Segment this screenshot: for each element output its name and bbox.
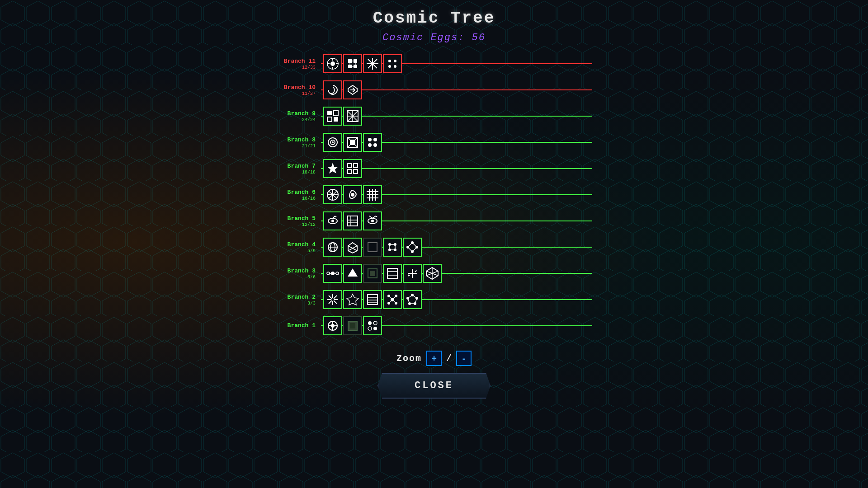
branch-score-5: 12/12 — [276, 222, 316, 227]
node-8-2[interactable] — [343, 133, 362, 152]
svg-line-133 — [389, 296, 392, 300]
svg-point-1 — [330, 61, 335, 66]
node-5-1[interactable] — [323, 211, 342, 230]
branch-row-3: Branch 3 5/6 — [276, 262, 592, 285]
branch-track-1 — [321, 314, 592, 337]
svg-line-76 — [369, 216, 373, 218]
node-3-3[interactable] — [363, 264, 382, 283]
branch-row-4: Branch 4 5/9 — [276, 236, 592, 258]
svg-line-75 — [376, 216, 377, 217]
svg-point-44 — [368, 138, 372, 141]
svg-point-102 — [336, 272, 339, 275]
node-11-1[interactable] — [323, 54, 342, 73]
node-5-2[interactable] — [343, 211, 362, 230]
branch-label-10: Branch 10 11/27 — [276, 84, 321, 96]
branch-name-4: Branch 4 — [276, 241, 316, 248]
node-2-2[interactable] — [343, 290, 362, 309]
node-7-1[interactable] — [323, 159, 342, 178]
branch-label-3: Branch 3 5/6 — [276, 267, 321, 280]
branch-name-6: Branch 6 — [276, 189, 316, 196]
node-8-3[interactable] — [363, 133, 382, 152]
branch-name-2: Branch 2 — [276, 294, 316, 300]
svg-rect-83 — [368, 243, 377, 252]
nodes-11 — [321, 54, 402, 73]
branch-track-10 — [321, 79, 592, 101]
node-9-2[interactable] — [343, 107, 362, 126]
svg-point-37 — [332, 141, 334, 143]
nodes-9 — [321, 107, 362, 126]
svg-rect-49 — [348, 164, 352, 168]
node-8-1[interactable] — [323, 133, 342, 152]
node-2-4[interactable] — [383, 290, 402, 309]
branch-score-8: 21/21 — [276, 144, 316, 149]
branch-score-6: 16/16 — [276, 196, 316, 201]
node-11-4[interactable] — [383, 54, 402, 73]
branch-track-2 — [321, 288, 592, 311]
node-1-3[interactable] — [363, 316, 382, 335]
node-6-1[interactable] — [323, 185, 342, 204]
node-5-3[interactable] — [363, 211, 382, 230]
node-2-1[interactable] — [323, 290, 342, 309]
branch-label-8: Branch 8 21/21 — [276, 136, 321, 149]
svg-line-99 — [408, 243, 412, 247]
node-11-3[interactable] — [363, 54, 382, 73]
node-9-1[interactable] — [323, 107, 342, 126]
node-10-2[interactable] — [343, 80, 362, 99]
node-2-3[interactable] — [363, 290, 382, 309]
branch-label-7: Branch 7 18/18 — [276, 163, 321, 175]
node-2-5[interactable] — [403, 290, 422, 309]
branch-track-8 — [321, 131, 592, 154]
branch-row-10: Branch 10 11/27 — [276, 79, 592, 101]
branch-track-11 — [321, 52, 592, 75]
svg-point-19 — [394, 60, 396, 62]
node-3-2[interactable] — [343, 264, 362, 283]
branch-score-10: 11/27 — [276, 91, 316, 96]
node-3-4[interactable] — [383, 264, 402, 283]
svg-rect-29 — [334, 117, 338, 122]
svg-point-18 — [388, 60, 391, 62]
branch-track-4 — [321, 236, 592, 258]
close-button[interactable]: CLOSE — [377, 373, 491, 399]
node-3-5[interactable] — [403, 264, 422, 283]
node-4-4[interactable] — [383, 238, 402, 257]
svg-line-96 — [412, 243, 417, 247]
svg-line-146 — [408, 295, 412, 298]
svg-marker-105 — [348, 268, 358, 277]
node-11-2[interactable] — [343, 54, 362, 73]
svg-marker-113 — [415, 270, 417, 272]
node-7-2[interactable] — [343, 159, 362, 178]
node-6-2[interactable] — [343, 185, 362, 204]
svg-line-74 — [373, 216, 376, 218]
node-4-1[interactable] — [323, 238, 342, 257]
branch-label-2: Branch 2 3/3 — [276, 294, 321, 306]
svg-rect-69 — [348, 216, 358, 226]
node-6-3[interactable] — [363, 185, 382, 204]
node-1-2[interactable] — [343, 316, 362, 335]
branch-track-6 — [321, 183, 592, 206]
zoom-minus-button[interactable]: - — [456, 351, 472, 366]
svg-line-135 — [389, 300, 392, 303]
node-3-6[interactable] — [423, 264, 442, 283]
node-4-5[interactable] — [403, 238, 422, 257]
svg-rect-39 — [350, 140, 355, 145]
svg-rect-50 — [354, 164, 358, 168]
node-4-3[interactable] — [363, 238, 382, 257]
zoom-label: Zoom — [396, 353, 422, 364]
branch-track-9 — [321, 105, 592, 127]
svg-point-155 — [368, 327, 372, 330]
branch-name-8: Branch 8 — [276, 136, 316, 143]
node-10-1[interactable] — [323, 80, 342, 99]
svg-point-47 — [373, 143, 377, 147]
branch-name-9: Branch 9 — [276, 110, 316, 117]
node-1-1[interactable] — [323, 316, 342, 335]
node-4-2[interactable] — [343, 238, 362, 257]
zoom-plus-button[interactable]: + — [426, 351, 442, 366]
node-3-1[interactable] — [323, 264, 342, 283]
svg-line-67 — [335, 216, 336, 217]
svg-marker-114 — [408, 274, 410, 277]
svg-point-58 — [351, 193, 354, 197]
branch-name-3: Branch 3 — [276, 267, 316, 274]
svg-rect-107 — [370, 271, 375, 276]
nodes-3 — [321, 264, 442, 283]
svg-line-142 — [412, 295, 417, 298]
